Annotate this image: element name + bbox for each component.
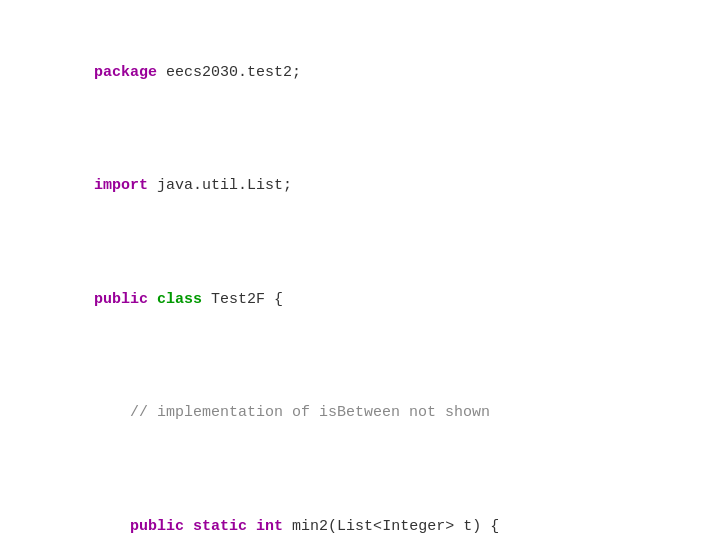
blank-1 xyxy=(40,116,680,144)
blank-3 xyxy=(40,343,680,371)
slide: package eecs2030.test2; import java.util… xyxy=(0,0,720,540)
code-area: package eecs2030.test2; import java.util… xyxy=(0,0,720,540)
method-sig: min2(List<Integer> t) { xyxy=(283,518,499,535)
blank-4 xyxy=(40,456,680,484)
space-3 xyxy=(247,518,256,535)
keyword-public-1: public xyxy=(94,291,148,308)
keyword-public-2: public xyxy=(130,518,184,535)
blank-2 xyxy=(40,229,680,257)
keyword-int: int xyxy=(256,518,283,535)
comment-text: // implementation of isBetween not shown xyxy=(94,404,490,421)
code-line-comment: // implementation of isBetween not shown xyxy=(40,371,680,457)
space-1 xyxy=(148,291,157,308)
import-name: java.util.List; xyxy=(148,177,292,194)
keyword-static: static xyxy=(193,518,247,535)
class-name: Test2F { xyxy=(202,291,283,308)
code-line-class: public class Test2F { xyxy=(40,257,680,343)
space-2 xyxy=(184,518,193,535)
package-name: eecs2030.test2; xyxy=(157,64,301,81)
code-line-method: public static int min2(List<Integer> t) … xyxy=(40,484,680,540)
code-line-package: package eecs2030.test2; xyxy=(40,30,680,116)
keyword-package: package xyxy=(94,64,157,81)
keyword-class: class xyxy=(157,291,202,308)
code-line-import: import java.util.List; xyxy=(40,144,680,230)
keyword-import: import xyxy=(94,177,148,194)
indent-1 xyxy=(94,518,130,535)
